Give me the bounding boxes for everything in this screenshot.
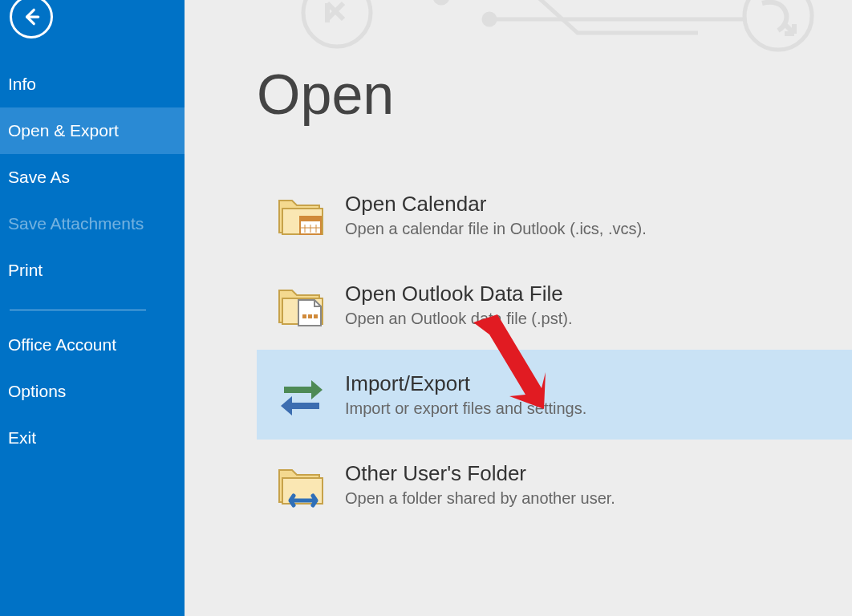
sidebar-item-open-export[interactable]: Open & Export bbox=[0, 107, 185, 154]
svg-rect-14 bbox=[314, 314, 318, 318]
svg-point-3 bbox=[744, 0, 812, 50]
tile-desc: Import or export files and settings. bbox=[345, 399, 586, 418]
arrow-left-icon bbox=[21, 6, 42, 27]
tile-title: Import/Export bbox=[345, 371, 586, 396]
main-content: Open Open Calendar Open a calendar file … bbox=[185, 0, 852, 616]
tile-open-data-file[interactable]: Open Outlook Data File Open an Outlook d… bbox=[257, 260, 852, 350]
back-button[interactable] bbox=[10, 0, 53, 38]
page-title: Open bbox=[257, 63, 852, 127]
tile-open-calendar[interactable]: Open Calendar Open a calendar file in Ou… bbox=[257, 170, 852, 260]
tile-desc: Open an Outlook data file (.pst). bbox=[345, 310, 573, 328]
svg-rect-6 bbox=[300, 217, 321, 221]
svg-rect-12 bbox=[302, 314, 306, 318]
tile-desc: Open a folder shared by another user. bbox=[345, 489, 615, 508]
tile-desc: Open a calendar file in Outlook (.ics, .… bbox=[345, 220, 647, 238]
svg-point-2 bbox=[484, 14, 495, 25]
sidebar-item-exit[interactable]: Exit bbox=[0, 415, 185, 461]
backstage-sidebar: Info Open & Export Save As Save Attachme… bbox=[0, 0, 185, 616]
svg-rect-13 bbox=[308, 314, 312, 318]
sidebar-item-save-as[interactable]: Save As bbox=[0, 154, 185, 201]
tile-title: Open Calendar bbox=[345, 192, 647, 217]
import-export-arrows-icon bbox=[276, 369, 327, 420]
svg-point-0 bbox=[303, 0, 371, 47]
sidebar-item-print[interactable]: Print bbox=[0, 247, 185, 294]
sidebar-separator bbox=[10, 310, 146, 310]
tile-other-users-folder[interactable]: Other User's Folder Open a folder shared… bbox=[257, 440, 852, 529]
data-file-folder-icon bbox=[276, 279, 327, 330]
sidebar-item-info[interactable]: Info bbox=[0, 61, 185, 107]
tile-title: Open Outlook Data File bbox=[345, 282, 573, 306]
sidebar-item-office-account[interactable]: Office Account bbox=[0, 322, 185, 368]
tile-import-export[interactable]: Import/Export Import or export files and… bbox=[257, 350, 852, 440]
tile-title: Other User's Folder bbox=[345, 461, 615, 486]
svg-point-1 bbox=[435, 0, 448, 3]
calendar-folder-icon bbox=[276, 189, 327, 241]
shared-folder-icon bbox=[276, 459, 327, 510]
sidebar-item-save-attachments: Save Attachments bbox=[0, 201, 185, 247]
sidebar-item-options[interactable]: Options bbox=[0, 368, 185, 415]
